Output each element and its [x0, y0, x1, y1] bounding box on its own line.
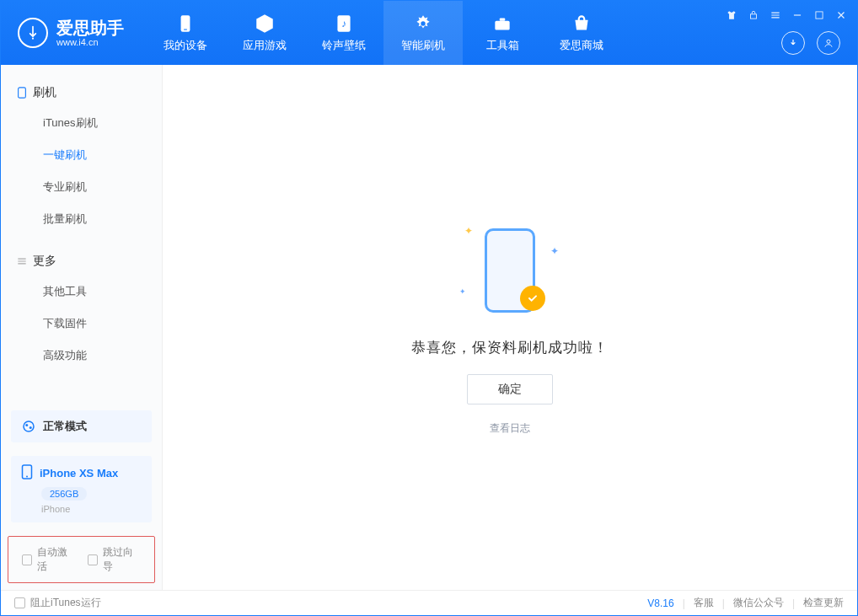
svg-rect-11 [19, 88, 26, 98]
footer-link-support[interactable]: 客服 [694, 596, 714, 610]
tab-toolbox[interactable]: 工具箱 [463, 1, 542, 65]
sidebar-top: 刷机 iTunes刷机 一键刷机 专业刷机 批量刷机 更多 其他工具 下载固件 … [1, 65, 162, 404]
svg-point-13 [25, 424, 28, 426]
device-panel: iPhone XS Max 256GB iPhone [11, 456, 152, 522]
sparkle-icon: ✦ [550, 245, 559, 257]
svg-rect-6 [495, 21, 509, 30]
separator: | [722, 597, 725, 609]
separator: | [792, 597, 795, 609]
logo-icon [18, 18, 48, 48]
svg-point-10 [827, 40, 830, 43]
sidebar-item-advanced[interactable]: 高级功能 [1, 340, 162, 372]
more-icon [16, 255, 28, 267]
checkbox-row-highlighted: 自动激活 跳过向导 [8, 536, 155, 583]
separator: | [683, 597, 685, 609]
tab-store[interactable]: 爱思商城 [542, 1, 621, 65]
footer-link-update[interactable]: 检查更新 [803, 596, 844, 610]
tab-label: 铃声壁纸 [322, 38, 366, 53]
sparkle-icon: ✦ [464, 225, 473, 237]
device-name: iPhone XS Max [40, 467, 118, 479]
checkbox-icon [88, 554, 98, 565]
user-button[interactable] [817, 31, 840, 55]
check-badge-icon [520, 286, 545, 311]
sidebar-group-more: 更多 [1, 245, 162, 276]
sidebar: 刷机 iTunes刷机 一键刷机 专业刷机 批量刷机 更多 其他工具 下载固件 … [1, 65, 163, 590]
device-storage-badge: 256GB [41, 487, 87, 501]
device-type: iPhone [41, 504, 142, 514]
download-button[interactable] [781, 31, 805, 55]
ok-button[interactable]: 确定 [467, 374, 553, 404]
tabs: 我的设备 应用游戏 ♪ 铃声壁纸 智能刷机 工具箱 爱思商城 [137, 1, 621, 65]
body: 刷机 iTunes刷机 一键刷机 专业刷机 批量刷机 更多 其他工具 下载固件 … [1, 65, 857, 590]
mode-icon [21, 419, 36, 434]
checkbox-icon [22, 554, 32, 565]
tab-smart-flash[interactable]: 智能刷机 [383, 1, 463, 65]
maximize-icon[interactable] [813, 9, 825, 21]
phone-icon [21, 464, 33, 482]
tab-apps-games[interactable]: 应用游戏 [225, 1, 304, 65]
sidebar-item-download-firmware[interactable]: 下载固件 [1, 308, 162, 340]
close-icon[interactable] [835, 9, 847, 21]
svg-point-0 [32, 38, 34, 40]
svg-point-16 [26, 476, 28, 478]
title-right-circles [781, 31, 840, 55]
shirt-icon[interactable] [726, 9, 737, 21]
sidebar-item-batch-flash[interactable]: 批量刷机 [1, 203, 162, 235]
success-illustration: ✦ ✦ ✦ [459, 220, 560, 321]
checkbox-icon [14, 597, 25, 608]
svg-point-5 [421, 21, 425, 25]
checkbox-block-itunes[interactable]: 阻止iTunes运行 [14, 596, 101, 610]
svg-rect-8 [751, 14, 757, 19]
tab-label: 智能刷机 [401, 38, 445, 53]
sidebar-item-oneclick-flash[interactable]: 一键刷机 [1, 139, 162, 171]
brand-site: www.i4.cn [56, 37, 124, 47]
tab-my-device[interactable]: 我的设备 [146, 1, 225, 65]
sidebar-item-other-tools[interactable]: 其他工具 [1, 276, 162, 308]
checkbox-skip-guide[interactable]: 跳过向导 [88, 545, 142, 574]
view-log-link[interactable]: 查看日志 [490, 421, 530, 436]
minimize-icon[interactable] [791, 9, 803, 21]
footer-link-wechat[interactable]: 微信公众号 [733, 596, 784, 610]
svg-point-14 [29, 426, 32, 429]
sidebar-item-itunes-flash[interactable]: iTunes刷机 [1, 107, 162, 139]
checkbox-label: 自动激活 [37, 545, 75, 574]
svg-rect-7 [500, 19, 506, 21]
window-controls [726, 9, 847, 21]
app-window: 爱思助手 www.i4.cn 我的设备 应用游戏 ♪ 铃声壁纸 智能刷机 [0, 0, 858, 616]
svg-rect-9 [816, 12, 823, 19]
titlebar: 爱思助手 www.i4.cn 我的设备 应用游戏 ♪ 铃声壁纸 智能刷机 [1, 1, 857, 65]
sparkle-icon: ✦ [459, 287, 466, 296]
svg-text:♪: ♪ [341, 18, 346, 29]
tab-label: 工具箱 [486, 38, 519, 53]
brand-name: 爱思助手 [56, 19, 124, 37]
tab-label: 爱思商城 [560, 38, 603, 53]
logo-area: 爱思助手 www.i4.cn [1, 1, 137, 65]
mode-panel: 正常模式 [11, 410, 152, 442]
menu-icon[interactable] [770, 9, 781, 21]
group-title: 刷机 [33, 85, 56, 100]
tab-label: 应用游戏 [243, 38, 287, 53]
checkbox-label: 跳过向导 [103, 545, 141, 574]
success-message: 恭喜您，保资料刷机成功啦！ [411, 338, 609, 357]
tab-label: 我的设备 [164, 38, 207, 53]
mode-text: 正常模式 [43, 419, 87, 434]
group-title: 更多 [33, 254, 56, 269]
sidebar-item-pro-flash[interactable]: 专业刷机 [1, 171, 162, 203]
device-icon [16, 87, 28, 99]
sidebar-group-flash: 刷机 [1, 77, 162, 107]
checkbox-auto-activate[interactable]: 自动激活 [22, 545, 76, 574]
checkbox-label: 阻止iTunes运行 [30, 596, 101, 610]
tab-ringtone-wallpaper[interactable]: ♪ 铃声壁纸 [304, 1, 383, 65]
version-label: V8.16 [647, 597, 673, 609]
lock-icon[interactable] [748, 9, 759, 21]
main-content: ✦ ✦ ✦ 恭喜您，保资料刷机成功啦！ 确定 查看日志 [163, 65, 857, 590]
svg-rect-2 [184, 29, 187, 30]
svg-point-12 [24, 421, 34, 431]
footer: 阻止iTunes运行 V8.16 | 客服 | 微信公众号 | 检查更新 [1, 590, 857, 615]
